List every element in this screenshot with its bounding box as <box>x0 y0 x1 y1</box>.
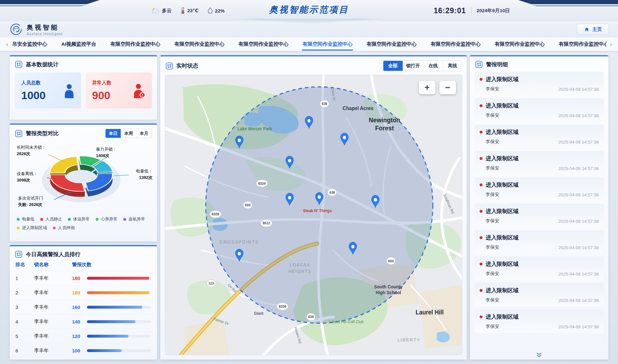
status-filter-0[interactable]: 全部 <box>383 61 403 71</box>
nav-tab-6[interactable]: 有限空间作业监控中心 <box>366 38 417 51</box>
alert-item-header: 进入限制区域 <box>480 102 599 109</box>
alert-item[interactable]: 进入限制区域李保安2025-04-08 14:57:38 <box>474 257 604 280</box>
callout-label: 长时间未关锁： <box>17 144 46 151</box>
double-chevron-down-icon <box>536 352 543 358</box>
alert-dot-icon <box>480 183 482 186</box>
legend-label: 进入限制区域 <box>22 225 47 231</box>
nav-tab-2[interactable]: 有限空间作业监控中心 <box>110 38 161 51</box>
humidity-label: 22% <box>215 8 225 14</box>
nav-tab-9[interactable]: 有限空间作业监控中心 <box>558 38 606 51</box>
expand-more-button[interactable] <box>470 350 608 359</box>
tabs-scroll-right-icon[interactable]: › <box>606 40 615 48</box>
status-filter-3[interactable]: 离线 <box>443 61 462 71</box>
callout-value: 1408次 <box>96 153 117 159</box>
nav-tab-5[interactable]: 有限空间作业监控中心 <box>302 38 353 51</box>
stat-value: 1000 <box>21 89 46 102</box>
corner-decoration-right <box>509 0 618 19</box>
callout-label: 设备离线： <box>17 171 38 177</box>
alert-item[interactable]: 进入限制区域李保安2025-04-08 14:57:38 <box>474 230 604 254</box>
alert-person: 李保安 <box>486 139 499 145</box>
alert-item[interactable]: 进入限制区域李保安2025-04-08 14:57:38 <box>474 125 604 148</box>
brand-logo-icon <box>9 22 23 36</box>
nav-tab-0[interactable]: 吊安全监控中心 <box>12 38 48 51</box>
alert-time: 2025-04-08 14:57:38 <box>558 245 599 250</box>
alarm-bar-track <box>87 306 151 309</box>
alarm-bar-track <box>87 349 151 352</box>
alert-item[interactable]: 进入限制区域李保安2025-04-08 14:57:38 <box>474 204 604 227</box>
page: 多云 23℃ 22% 奥视智能示范项目 16:29:01 2024年9月 <box>0 0 618 364</box>
alert-type: 进入限制区域 <box>486 181 519 189</box>
alert-item-header: 进入限制区域 <box>480 155 599 162</box>
humidity-droplet-icon <box>208 7 213 14</box>
map-canvas[interactable]: 6368324636600832885126001238336636 Chape… <box>165 75 462 355</box>
ranking-row: 2李丰年180 <box>15 285 151 300</box>
alert-type: 进入限制区域 <box>486 208 519 215</box>
svg-text:636: 636 <box>308 315 314 319</box>
svg-text:!: ! <box>142 93 143 98</box>
alert-type: 进入限制区域 <box>486 260 519 268</box>
alert-item-meta: 李保安2025-04-08 14:57:38 <box>480 165 599 171</box>
left-column: 基本数据统计 人员总数 1000 异常人数 900 <box>10 55 157 359</box>
column-lock-name: 锁名称 <box>34 262 72 268</box>
alert-person: 李保安 <box>486 297 499 303</box>
alert-item-header: 进入限制区域 <box>480 181 599 189</box>
nav-tab-7[interactable]: 有限空间作业监控中心 <box>430 38 481 51</box>
alert-time: 2025-04-08 14:57:38 <box>558 113 599 118</box>
legend-item: 人员静止 <box>40 216 62 222</box>
temperature-label: 23℃ <box>187 8 199 14</box>
home-button[interactable]: 主页 <box>577 24 609 35</box>
legend-item: 血氧异常 <box>123 216 145 222</box>
nav-tab-8[interactable]: 有限空间作业监控中心 <box>494 38 545 51</box>
alert-item[interactable]: 进入限制区域李保安2025-04-08 14:57:38 <box>474 72 604 95</box>
alert-item[interactable]: 进入限制区域李保安2025-04-08 14:57:38 <box>474 177 604 201</box>
alert-item[interactable]: 进入限制区域李保安2025-04-08 14:57:38 <box>474 98 604 122</box>
alert-item-meta: 李保安2025-04-08 14:57:38 <box>480 271 599 277</box>
nav-tab-1[interactable]: AI视频监控平台 <box>61 38 97 51</box>
page-title: 奥视智能示范项目 <box>269 4 349 15</box>
alert-item[interactable]: 进入限制区域李保安2025-04-08 14:57:38 <box>474 309 604 333</box>
road-shield: 636 <box>328 189 337 196</box>
zoom-out-button[interactable]: − <box>439 81 456 94</box>
legend-label: 人员静止 <box>45 216 62 222</box>
zoom-in-button[interactable]: + <box>419 81 435 94</box>
tabs-scroll-left-icon[interactable]: ‹ <box>3 40 12 48</box>
range-tab-2[interactable]: 本月 <box>136 129 152 138</box>
main-content: 基本数据统计 人员总数 1000 异常人数 900 <box>0 51 618 364</box>
alarm-bar-track <box>87 291 151 294</box>
status-filter-1[interactable]: 锁打开 <box>403 61 424 71</box>
nav-tab-4[interactable]: 有限空间作业监控中心 <box>238 38 289 51</box>
panel-icon <box>15 61 23 68</box>
road-shield: 8324 <box>256 180 268 187</box>
alarm-bar-fill <box>87 306 142 309</box>
ranking-panel: 今日高频警报人员排行 排名 锁名称 警报次数 1李丰年1802李丰年1803李丰… <box>10 245 157 359</box>
stat-card-total-personnel: 人员总数 1000 <box>15 72 81 108</box>
brand-subtitle: Auxface Intelligent <box>27 32 63 36</box>
alarm-bar-fill <box>87 320 136 323</box>
range-tab-0[interactable]: 本日 <box>106 129 121 138</box>
alert-item[interactable]: 进入限制区域李保安2025-04-08 14:57:38 <box>474 151 604 174</box>
ranking-rows: 1李丰年1802李丰年1803李丰年1604李丰年1405李丰年1206李丰年1… <box>10 271 157 359</box>
range-tab-1[interactable]: 本周 <box>121 129 136 138</box>
alert-time: 2025-04-08 14:57:38 <box>558 140 599 145</box>
alert-time: 2025-04-08 14:57:38 <box>558 87 599 92</box>
road-shield: 600 <box>243 201 252 209</box>
alarm-type-panel: 警报类型对比 本日本周本月 长时间未关锁： 2626次 <box>10 124 157 241</box>
weather-temperature: 23℃ <box>181 7 199 14</box>
lock-name: 李丰年 <box>34 348 72 354</box>
status-filter-2[interactable]: 在线 <box>423 61 443 71</box>
road-shield: 600 <box>386 257 395 265</box>
alert-time: 2025-04-08 14:57:38 <box>558 192 599 197</box>
ranking-row: 6李丰年100 <box>15 343 151 358</box>
realtime-status-header: 实时状态 全部锁打开在线离线 <box>160 56 467 74</box>
nav-tab-3[interactable]: 有限空间作业监控中心 <box>174 38 225 51</box>
alert-list[interactable]: 进入限制区域李保安2025-04-08 14:57:38进入限制区域李保安202… <box>470 71 608 350</box>
rank-number: 2 <box>15 290 34 295</box>
road-shield: 8328 <box>210 210 221 218</box>
column-rank: 排名 <box>15 262 34 268</box>
alert-item[interactable]: 进入限制区域李保安2025-04-08 14:57:38 <box>474 283 604 306</box>
map-place-label: Laurel Hill <box>416 309 444 316</box>
road-shield: 636 <box>320 100 329 107</box>
legend-dot <box>68 218 71 221</box>
alarm-count: 140 <box>72 319 87 324</box>
alarm-count: 180 <box>72 290 87 295</box>
